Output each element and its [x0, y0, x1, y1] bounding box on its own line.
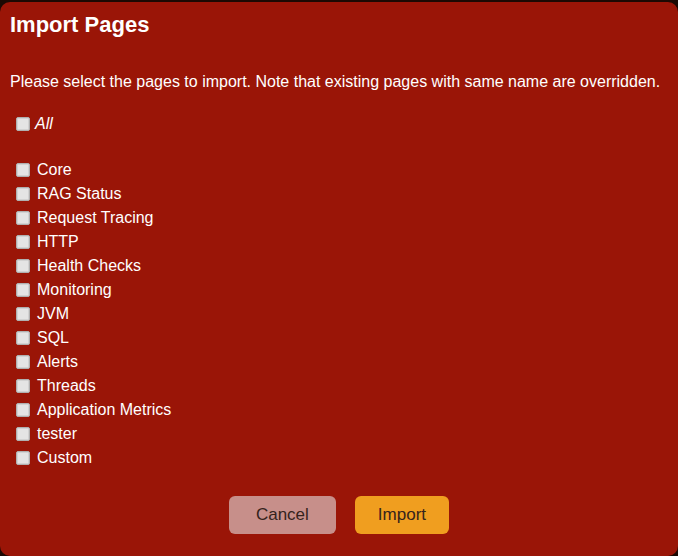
page-checkbox-row[interactable]: Request Tracing: [0, 206, 678, 230]
select-all-checkbox[interactable]: [16, 117, 30, 131]
page-checkbox[interactable]: [16, 355, 30, 369]
page-checkbox[interactable]: [16, 235, 30, 249]
page-label: Custom: [37, 449, 92, 467]
page-label: Alerts: [37, 353, 78, 371]
import-pages-dialog: Import Pages Please select the pages to …: [0, 2, 678, 556]
select-all-label: All: [35, 115, 53, 133]
page-checkbox[interactable]: [16, 451, 30, 465]
page-label: SQL: [37, 329, 69, 347]
page-checkbox-row[interactable]: Alerts: [0, 350, 678, 374]
page-checkbox[interactable]: [16, 259, 30, 273]
page-checkbox-row[interactable]: HTTP: [0, 230, 678, 254]
page-checkbox-row[interactable]: Health Checks: [0, 254, 678, 278]
page-checkbox-row[interactable]: Application Metrics: [0, 398, 678, 422]
list-spacer: [0, 136, 678, 158]
page-checkbox[interactable]: [16, 283, 30, 297]
page-checkbox-row[interactable]: SQL: [0, 326, 678, 350]
page-label: RAG Status: [37, 185, 121, 203]
page-checkbox-row[interactable]: JVM: [0, 302, 678, 326]
page-label: Core: [37, 161, 72, 179]
dialog-description: Please select the pages to import. Note …: [0, 72, 678, 92]
dialog-title: Import Pages: [0, 2, 678, 38]
page-label: HTTP: [37, 233, 79, 251]
import-button[interactable]: Import: [355, 496, 449, 534]
page-checkbox-row[interactable]: Custom: [0, 446, 678, 470]
page-checkbox-row[interactable]: Core: [0, 158, 678, 182]
page-label: Request Tracing: [37, 209, 154, 227]
page-checkbox[interactable]: [16, 187, 30, 201]
cancel-button[interactable]: Cancel: [229, 496, 336, 534]
page-checkbox-row[interactable]: tester: [0, 422, 678, 446]
page-label: Monitoring: [37, 281, 112, 299]
page-checkbox[interactable]: [16, 403, 30, 417]
page-label: Application Metrics: [37, 401, 171, 419]
page-checkbox[interactable]: [16, 331, 30, 345]
page-checkbox-row[interactable]: Monitoring: [0, 278, 678, 302]
page-list: All Core RAG Status Request Tracing HTTP…: [0, 112, 678, 470]
page-label: Threads: [37, 377, 96, 395]
page-label: JVM: [37, 305, 69, 323]
page-checkbox[interactable]: [16, 307, 30, 321]
dialog-button-bar: Cancel Import: [0, 496, 678, 534]
page-checkbox-row[interactable]: RAG Status: [0, 182, 678, 206]
page-checkbox[interactable]: [16, 379, 30, 393]
page-label: Health Checks: [37, 257, 141, 275]
page-checkbox[interactable]: [16, 427, 30, 441]
page-label: tester: [37, 425, 77, 443]
page-checkbox[interactable]: [16, 211, 30, 225]
select-all-row[interactable]: All: [0, 112, 678, 136]
page-checkbox[interactable]: [16, 163, 30, 177]
page-checkbox-row[interactable]: Threads: [0, 374, 678, 398]
